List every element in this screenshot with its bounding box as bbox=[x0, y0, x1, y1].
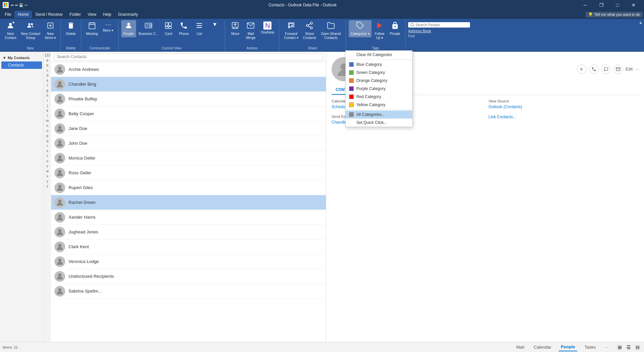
detail-action-chat[interactable] bbox=[601, 64, 611, 74]
meeting-button[interactable]: Meeting bbox=[84, 20, 100, 37]
cat-red[interactable]: Red Category bbox=[346, 93, 412, 101]
alpha-p[interactable]: p bbox=[46, 134, 48, 138]
mail-merge-button[interactable]: MailMerge bbox=[243, 20, 258, 41]
onenote-button[interactable]: N OneNote bbox=[259, 20, 276, 36]
alpha-a[interactable]: a bbox=[46, 58, 48, 63]
sidebar-item-contacts[interactable]: Contacts bbox=[1, 61, 42, 69]
contact-row-9[interactable]: Rupert Giles bbox=[51, 180, 326, 195]
cat-orange[interactable]: Orange Category bbox=[346, 77, 412, 85]
phone-view-button[interactable]: Phone bbox=[176, 20, 191, 37]
contact-row-5[interactable]: Jane Doe bbox=[51, 121, 326, 136]
people-view-button[interactable]: People bbox=[121, 20, 136, 37]
alpha-v[interactable]: v bbox=[47, 164, 48, 169]
alpha-123[interactable]: 123 bbox=[45, 53, 50, 58]
menu-send-receive[interactable]: Send / Receive bbox=[32, 11, 66, 18]
forward-contact-button[interactable]: ForwardContact ▾ bbox=[282, 20, 300, 41]
business-card-button[interactable]: Business C... bbox=[137, 20, 161, 37]
alpha-t[interactable]: t bbox=[47, 154, 48, 159]
detail-action-back[interactable] bbox=[577, 64, 587, 74]
contact-row-14[interactable]: Veronica Lodge bbox=[51, 254, 326, 269]
contact-row-13[interactable]: Clark Kent bbox=[51, 239, 326, 254]
nav-tasks[interactable]: Tasks bbox=[583, 343, 598, 351]
contact-row-1[interactable]: Archie Andrews bbox=[51, 62, 326, 77]
cat-all-categories[interactable]: All Categories... bbox=[346, 111, 412, 119]
alpha-o[interactable]: o bbox=[46, 129, 48, 133]
view-compact-button[interactable]: ⊟ bbox=[634, 344, 641, 351]
contact-row-10[interactable]: Rachel Green bbox=[51, 195, 326, 210]
maximize-button[interactable]: □ bbox=[610, 0, 625, 10]
alpha-h[interactable]: h bbox=[46, 93, 48, 98]
alpha-e[interactable]: e bbox=[46, 78, 48, 83]
menu-file[interactable]: File bbox=[1, 11, 14, 18]
alpha-u[interactable]: u bbox=[46, 159, 48, 164]
close-button[interactable]: ✕ bbox=[626, 0, 641, 10]
menu-view[interactable]: View bbox=[84, 11, 100, 18]
menu-grammarly[interactable]: Grammarly bbox=[115, 11, 141, 18]
nav-more[interactable]: ··· bbox=[603, 343, 611, 351]
search-contacts-input[interactable] bbox=[54, 53, 323, 60]
alpha-q[interactable]: q bbox=[46, 139, 48, 143]
view-more-button[interactable]: ▼ bbox=[207, 20, 222, 29]
alpha-d[interactable]: d bbox=[46, 73, 48, 78]
alpha-f[interactable]: f bbox=[47, 83, 48, 88]
alpha-z[interactable]: z bbox=[47, 184, 48, 189]
cat-blue[interactable]: Blue Category bbox=[346, 60, 412, 69]
cat-purple[interactable]: Purple Category bbox=[346, 85, 412, 93]
alpha-r[interactable]: r bbox=[47, 144, 48, 148]
restore-button[interactable]: ❐ bbox=[594, 0, 609, 10]
cat-yellow[interactable]: Yellow Category bbox=[346, 101, 412, 109]
contact-row-15[interactable]: Undisclosed Recipients bbox=[51, 269, 326, 284]
search-people-box[interactable] bbox=[408, 22, 470, 28]
alpha-y[interactable]: y bbox=[47, 179, 48, 184]
nav-mail[interactable]: Mail bbox=[514, 343, 526, 351]
link-contacts-link[interactable]: Link Contacts... bbox=[488, 115, 516, 119]
menu-folder[interactable]: Folder bbox=[66, 11, 84, 18]
share-contacts-button[interactable]: ShareContacts bbox=[301, 20, 318, 41]
nav-people[interactable]: People bbox=[559, 343, 577, 351]
contact-row-8[interactable]: Ross Geller bbox=[51, 166, 326, 180]
address-book-link[interactable]: Address Book bbox=[408, 29, 470, 33]
alpha-j[interactable]: j bbox=[47, 103, 48, 108]
contact-row-2[interactable]: Chandler Bing bbox=[51, 77, 326, 92]
alpha-s[interactable]: s bbox=[47, 149, 48, 153]
search-people-input[interactable] bbox=[416, 23, 463, 27]
detail-edit-button[interactable]: Edit bbox=[626, 67, 633, 72]
alpha-b[interactable]: b bbox=[46, 63, 48, 68]
contact-row-6[interactable]: John Doe bbox=[51, 136, 326, 151]
list-view-button[interactable]: List bbox=[192, 20, 207, 37]
detail-action-phone[interactable] bbox=[589, 64, 599, 74]
new-items-button[interactable]: NewItems ▾ bbox=[43, 20, 58, 41]
contact-row-7[interactable]: Monica Geller bbox=[51, 151, 326, 166]
categorize-button[interactable]: Categorize ▾ bbox=[349, 20, 372, 37]
view-list-button[interactable]: ☰ bbox=[625, 344, 633, 351]
alpha-n[interactable]: n bbox=[46, 124, 48, 128]
contact-row-4[interactable]: Betty Cooper bbox=[51, 106, 326, 121]
ribbon-collapse-button[interactable]: ▲ bbox=[639, 20, 643, 25]
minimize-button[interactable]: ─ bbox=[577, 0, 593, 10]
new-contact-button[interactable]: NewContact bbox=[3, 20, 18, 41]
delete-button[interactable]: Delete bbox=[63, 20, 78, 37]
nav-calendar[interactable]: Calendar bbox=[532, 343, 554, 351]
menu-home[interactable]: Home bbox=[14, 11, 32, 18]
alpha-l[interactable]: l bbox=[47, 114, 48, 118]
alpha-k[interactable]: k bbox=[47, 108, 48, 113]
new-contact-group-button[interactable]: New ContactGroup bbox=[19, 20, 42, 41]
more-button[interactable]: ⋯ More ▾ bbox=[101, 20, 116, 34]
cat-green[interactable]: Green Category bbox=[346, 69, 412, 77]
alpha-c[interactable]: c bbox=[47, 68, 48, 73]
outlook-contacts-link[interactable]: Outlook (Contacts) bbox=[488, 104, 522, 109]
private-button[interactable]: Private bbox=[388, 20, 402, 37]
tell-me-box[interactable]: 💡 Tell me what you want to do bbox=[586, 12, 643, 17]
menu-help[interactable]: Help bbox=[100, 11, 115, 18]
card-view-button[interactable]: Card bbox=[161, 20, 176, 37]
alpha-x[interactable]: x bbox=[47, 174, 48, 179]
alpha-w[interactable]: w bbox=[46, 169, 48, 174]
move-button[interactable]: Move bbox=[228, 20, 243, 37]
detail-action-email[interactable] bbox=[613, 64, 623, 74]
cat-set-quick-click[interactable]: Set Quick Click... bbox=[346, 119, 412, 127]
my-contacts-header[interactable]: ▼ My Contacts bbox=[0, 54, 43, 61]
cat-clear-all[interactable]: Clear All Categories bbox=[346, 51, 412, 59]
contact-row-16[interactable]: Sabrina Spellm... bbox=[51, 284, 326, 299]
alpha-m[interactable]: m bbox=[46, 119, 49, 123]
alpha-i[interactable]: i bbox=[47, 98, 48, 103]
